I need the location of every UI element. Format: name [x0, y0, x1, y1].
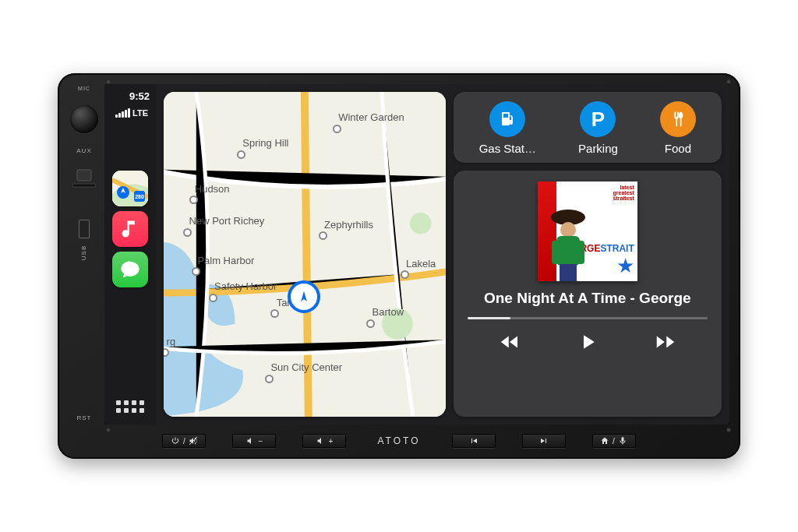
map-place-label: Winter Garden: [338, 111, 404, 123]
map-place-label: Sun City Center: [270, 361, 342, 373]
poi-food[interactable]: Food: [660, 101, 696, 155]
mic-label: MIC: [78, 86, 90, 91]
message-bubble-icon: [119, 259, 141, 280]
sidebar-app-maps[interactable]: 280: [112, 171, 148, 206]
right-column: Gas Stat… P Parking Food: [454, 92, 722, 417]
signal-bars-icon: [115, 108, 130, 118]
svg-rect-13: [577, 241, 584, 264]
car-head-unit: MIC AUX USB RST 9:52 LTE: [58, 73, 740, 459]
poi-label: Gas Stat…: [479, 142, 536, 155]
screw: [726, 79, 731, 84]
svg-rect-1: [72, 184, 96, 187]
svg-rect-12: [552, 241, 560, 264]
now-playing-panel[interactable]: latest greatest straitest GEORGESTRAIT ★…: [454, 171, 722, 417]
hw-vol-up-button[interactable]: +: [302, 434, 346, 448]
map-place-label: Zephyrhills: [324, 219, 373, 231]
progress-bar[interactable]: [468, 317, 708, 319]
play-button[interactable]: [572, 329, 603, 355]
poi-parking[interactable]: P Parking: [578, 101, 618, 155]
album-art: latest greatest straitest GEORGESTRAIT ★: [538, 181, 637, 281]
map-place-label: Spring Hill: [242, 137, 288, 149]
map-place-label: Lakela: [406, 258, 436, 270]
hardware-bottom-keys: / − + ATOTO /: [69, 425, 729, 453]
svg-rect-14: [560, 264, 577, 281]
map-panel[interactable]: Winter GardenSpring HillHudsonNew Port R…: [164, 92, 446, 417]
aux-label: AUX: [76, 147, 91, 154]
map-place-label: Bartow: [373, 306, 404, 318]
food-icon: [660, 101, 696, 137]
sidebar-app-music[interactable]: [112, 211, 148, 247]
svg-rect-11: [556, 236, 580, 266]
map-place-label: Hudson: [195, 183, 230, 195]
reset-label: RST: [77, 414, 92, 421]
mic-knob[interactable]: [70, 105, 98, 133]
hw-next-track-button[interactable]: [522, 434, 566, 448]
playback-controls: [494, 329, 682, 355]
usb-port[interactable]: USB: [76, 220, 92, 259]
screw: [106, 428, 111, 432]
carplay-dashboard: Winter GardenSpring HillHudsonNew Port R…: [156, 84, 729, 425]
screw: [106, 79, 111, 84]
network-label: LTE: [132, 108, 148, 118]
map-place-label: New Port Richey: [189, 215, 265, 227]
status-signal: LTE: [112, 108, 148, 118]
screw: [726, 428, 731, 432]
parking-icon: P: [580, 101, 616, 137]
user-location-icon: [288, 280, 320, 313]
map-place-dot: [265, 375, 274, 383]
hw-prev-track-button[interactable]: [452, 434, 496, 448]
hw-vol-down-button[interactable]: −: [232, 434, 276, 448]
brand-label: ATOTO: [373, 435, 425, 446]
rewind-button[interactable]: [494, 329, 525, 355]
map-place-label: Palm Harbor: [197, 255, 254, 266]
album-figure-icon: [541, 203, 595, 281]
svg-point-7: [410, 213, 432, 234]
sidebar-app-messages[interactable]: [112, 252, 148, 287]
hw-home-voice-button[interactable]: /: [592, 434, 636, 448]
svg-point-10: [560, 222, 576, 238]
track-title: One Night At A Time - George: [484, 289, 691, 308]
hardware-left-strip: MIC AUX USB RST: [69, 84, 100, 425]
map-place-label: rg: [167, 336, 176, 347]
touchscreen: 9:52 LTE 280: [104, 84, 729, 425]
map-place-label: Safety Harbor: [214, 280, 277, 292]
album-subtitle: latest greatest straitest: [560, 185, 634, 201]
gas-pump-icon: [489, 101, 525, 137]
status-time: 9:52: [108, 90, 153, 102]
carplay-sidebar: 9:52 LTE 280: [104, 84, 156, 425]
map-place-dot: [189, 196, 198, 204]
svg-rect-0: [77, 170, 91, 181]
svg-text:280: 280: [135, 194, 144, 199]
music-note-icon: [119, 218, 141, 240]
map-place-dot: [209, 294, 217, 302]
dashboard-button[interactable]: [112, 395, 148, 418]
poi-gas[interactable]: Gas Stat…: [479, 101, 536, 155]
poi-label: Parking: [578, 142, 618, 155]
maps-icon: 280: [112, 171, 148, 206]
forward-button[interactable]: [650, 329, 681, 355]
poi-label: Food: [665, 142, 691, 155]
hw-power-mute-button[interactable]: /: [162, 434, 206, 448]
map-place-dot: [237, 150, 245, 159]
sd-card-slot[interactable]: [72, 168, 96, 206]
poi-suggestions-panel: Gas Stat… P Parking Food: [454, 92, 722, 163]
map-place-dot: [333, 125, 341, 133]
